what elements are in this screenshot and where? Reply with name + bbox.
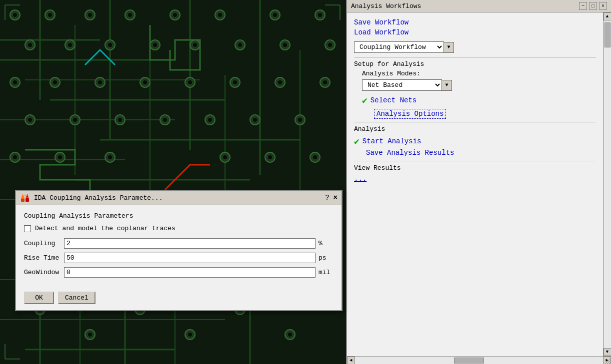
risetime-input[interactable] [64,253,316,263]
save-results-link[interactable]: Save Analysis Results [366,148,596,158]
risetime-unit: ps [318,254,334,262]
svg-point-83 [118,118,122,122]
ok-button[interactable]: OK [24,292,54,304]
workflow-select[interactable]: Coupling Workflow [354,41,444,53]
dialog-titlebar: IDA Coupling Analysis Paramete... ? × [16,191,342,205]
svg-point-57 [238,43,242,47]
scroll-down-button[interactable]: ▼ [604,348,612,356]
dialog-footer: OK Cancel [16,288,342,310]
close-panel-button[interactable]: × [599,2,607,10]
svg-point-69 [143,80,147,84]
select-nets-link[interactable]: Select Nets [370,95,416,105]
svg-point-59 [283,43,287,47]
setup-section-header: Setup for Analysis [354,60,596,68]
save-workflow-link[interactable]: Save Workflow [354,17,596,27]
svg-point-125 [188,333,192,337]
maximize-button[interactable]: □ [589,2,597,10]
minimize-button[interactable]: − [579,2,587,10]
scroll-left-button[interactable]: ◄ [347,357,355,364]
load-workflow-link[interactable]: Load Workflow [354,27,596,37]
coplanar-traces-checkbox[interactable] [24,225,31,232]
svg-point-33 [48,13,52,17]
svg-point-103 [313,155,317,159]
coupling-field-row: Coupling % [24,238,334,249]
svg-point-87 [208,118,212,122]
svg-point-41 [218,13,222,17]
horizontal-scrollbar: ◄ ► [347,356,611,364]
svg-marker-136 [26,194,29,199]
vertical-scrollbar: ▲ ▼ [603,12,611,356]
view-results-link[interactable]: ... [354,174,596,184]
cancel-button[interactable]: Cancel [58,292,96,304]
svg-point-79 [28,118,32,122]
analysis-modes-select[interactable]: Net Based Component Based All Nets [362,79,442,91]
svg-point-67 [98,80,102,84]
svg-point-91 [298,118,302,122]
svg-point-81 [73,118,77,122]
coplanar-traces-label: Detect and model the coplanar traces [35,225,176,232]
workflow-dropdown: Coupling Workflow ▼ [354,41,596,53]
dialog-help-button[interactable]: ? [325,194,329,202]
svg-point-45 [318,13,322,17]
analysis-options-link[interactable]: Analysis Options [374,109,446,119]
svg-point-129 [288,333,292,337]
svg-rect-133 [21,199,24,202]
svg-marker-135 [21,194,24,199]
divider-3 [354,161,596,161]
hscroll-thumb[interactable] [454,358,484,364]
view-results-section-header: View Results [354,164,596,172]
save-results-row: Save Analysis Results [366,148,596,158]
svg-point-121 [88,333,92,337]
scroll-track[interactable] [604,20,611,348]
panel-title: Analysis Workflows [351,2,421,10]
svg-point-77 [323,80,327,84]
select-nets-row: ✔ Select Nets [362,94,596,107]
coplanar-traces-row: Detect and model the coplanar traces [24,225,334,232]
dialog-body: Coupling Analysis Parameters Detect and … [16,205,342,288]
svg-point-95 [58,155,62,159]
risetime-label: Rise Time [24,254,64,262]
scroll-up-button[interactable]: ▲ [604,12,612,20]
svg-point-35 [88,13,92,17]
svg-point-93 [13,155,17,159]
panel-content: Save Workflow Load Workflow Coupling Wor… [347,12,603,356]
svg-point-61 [328,43,332,47]
modes-dropdown-arrow[interactable]: ▼ [442,80,452,91]
workflow-dropdown-arrow[interactable]: ▼ [444,42,454,53]
hscroll-track[interactable] [355,357,603,364]
svg-point-63 [13,80,17,84]
svg-point-49 [68,43,72,47]
panel-titlebar: Analysis Workflows − □ × [347,0,611,12]
dialog-app-icon [20,193,30,203]
analysis-modes-label: Analysis Modes: [362,70,596,77]
coupling-input[interactable] [64,238,316,249]
geowindow-label: GeoWindow [24,269,64,276]
dialog-title-text: IDA Coupling Analysis Paramete... [34,194,162,202]
svg-point-85 [163,118,167,122]
start-analysis-link[interactable]: Start Analysis [362,136,422,146]
start-analysis-row: ✔ Start Analysis [354,135,596,148]
svg-point-31 [13,13,17,17]
dialog-section-title: Coupling Analysis Parameters [24,212,334,220]
svg-point-71 [188,80,192,84]
panel-controls: − □ × [579,2,607,10]
svg-line-131 [609,362,611,364]
svg-point-99 [223,155,227,159]
geowindow-input[interactable] [64,267,316,278]
dialog-close-button[interactable]: × [334,194,338,202]
dialog-title-buttons: ? × [325,194,338,202]
select-nets-check-icon: ✔ [362,95,368,106]
svg-point-101 [268,155,272,159]
svg-point-73 [233,80,237,84]
start-analysis-check-icon: ✔ [354,136,360,147]
svg-point-37 [128,13,132,17]
svg-point-75 [278,80,282,84]
divider-2 [354,122,596,122]
scroll-thumb[interactable] [604,22,610,47]
svg-point-43 [273,13,277,17]
svg-point-39 [173,13,177,17]
analysis-options-row: Analysis Options [374,109,596,119]
svg-rect-134 [26,199,29,202]
resize-grip[interactable] [603,356,611,364]
geowindow-field-row: GeoWindow mil [24,267,334,278]
